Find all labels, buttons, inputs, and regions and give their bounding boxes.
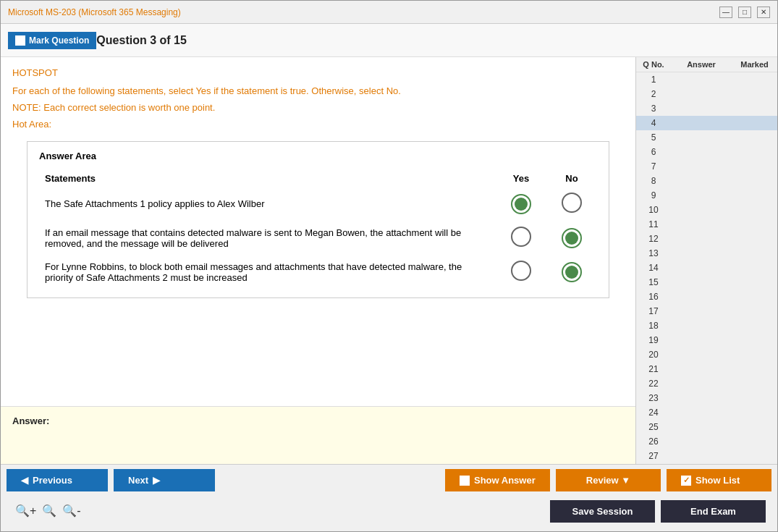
question-list-item[interactable]: 23 <box>636 391 777 405</box>
question-list-item[interactable]: 25 <box>636 420 777 434</box>
end-exam-button[interactable]: End Exam <box>661 500 766 523</box>
show-list-checkbox-icon: ✓ <box>681 476 691 486</box>
show-answer-button[interactable]: Show Answer <box>445 469 550 491</box>
question-panel: HOTSPOT For each of the following statem… <box>1 57 636 464</box>
title-bar: Microsoft MS-203 (Microsoft 365 Messagin… <box>1 1 777 24</box>
maximize-button[interactable]: □ <box>738 7 751 18</box>
q-list-number: 5 <box>639 132 668 143</box>
yes-radio-2[interactable] <box>496 221 546 255</box>
show-answer-label: Show Answer <box>474 475 536 486</box>
question-list-item[interactable]: 12 <box>636 232 777 246</box>
q-list-number: 27 <box>639 451 668 461</box>
window-title: Microsoft MS-203 (Microsoft 365 Messagin… <box>8 7 181 17</box>
no-radio-circle-1[interactable] <box>562 193 582 213</box>
header-marked: Marked <box>735 60 774 69</box>
question-list-item[interactable]: 21 <box>636 362 777 376</box>
answer-row: The Safe Attachments 1 policy applies to… <box>39 187 597 221</box>
answer-area-box: Answer Area Statements Yes No The Safe A… <box>27 141 609 298</box>
previous-arrow-icon: ◀ <box>21 475 28 486</box>
save-session-button[interactable]: Save Session <box>550 500 655 523</box>
bottom-controls: 🔍+ 🔍 🔍- Save Session End Exam <box>1 496 777 531</box>
next-button[interactable]: Next ▶ <box>114 469 215 491</box>
question-list-item[interactable]: 16 <box>636 290 777 304</box>
no-radio-2[interactable] <box>546 221 597 255</box>
nav-row: ◀ Previous Next ▶ Show Answer Review ▼ ✓… <box>1 465 777 496</box>
question-title: Question 3 of 15 <box>96 34 186 47</box>
next-arrow-icon: ▶ <box>153 475 160 486</box>
zoom-reset-button[interactable]: 🔍 <box>39 502 59 519</box>
header-q-no: Q No. <box>639 60 668 69</box>
instruction-text: For each of the following statements, se… <box>12 85 624 96</box>
q-list-number: 1 <box>639 75 668 85</box>
mark-checkbox-icon <box>15 35 25 46</box>
q-list-number: 7 <box>639 161 668 172</box>
q-list-number: 22 <box>639 379 668 389</box>
show-list-label: Show List <box>695 475 740 486</box>
q-list-number: 6 <box>639 147 668 157</box>
q-list-number: 2 <box>639 89 668 99</box>
q-list-number: 4 <box>639 118 668 128</box>
question-list-item[interactable]: 11 <box>636 217 777 232</box>
no-radio-3[interactable] <box>546 255 597 289</box>
question-list-item[interactable]: 14 <box>636 261 777 275</box>
toolbar: Mark Question Question 3 of 15 <box>1 24 777 57</box>
q-list-number: 21 <box>639 364 668 374</box>
zoom-in-button[interactable]: 🔍+ <box>12 502 39 519</box>
review-button[interactable]: Review ▼ <box>556 469 661 491</box>
previous-button[interactable]: ◀ Previous <box>7 469 108 491</box>
question-list-item[interactable]: 20 <box>636 347 777 362</box>
question-list-item[interactable]: 9 <box>636 188 777 203</box>
question-list-item[interactable]: 3 <box>636 101 777 116</box>
question-list-item[interactable]: 19 <box>636 333 777 347</box>
yes-radio-circle-2[interactable] <box>511 227 531 247</box>
statement-2: If an email message that contains detect… <box>39 221 496 255</box>
q-list-number: 17 <box>639 306 668 316</box>
mark-question-label: Mark Question <box>29 35 89 46</box>
no-radio-1[interactable] <box>546 187 597 221</box>
yes-radio-circle-1[interactable] <box>511 194 531 214</box>
zoom-out-button[interactable]: 🔍- <box>59 502 83 519</box>
yes-radio-circle-3[interactable] <box>511 261 531 281</box>
no-radio-circle-2[interactable] <box>562 228 582 248</box>
mark-question-button[interactable]: Mark Question <box>8 32 96 49</box>
zoom-controls: 🔍+ 🔍 🔍- <box>7 501 90 523</box>
no-radio-circle-3[interactable] <box>562 262 582 282</box>
question-list-item[interactable]: 8 <box>636 174 777 188</box>
question-list-panel: Q No. Answer Marked 12345678910111213141… <box>636 57 777 464</box>
next-label: Next <box>128 475 148 486</box>
question-list-item[interactable]: 17 <box>636 304 777 318</box>
question-list-item[interactable]: 13 <box>636 246 777 261</box>
answer-row: If an email message that contains detect… <box>39 221 597 255</box>
save-session-label: Save Session <box>572 506 633 517</box>
show-list-button[interactable]: ✓ Show List <box>667 469 771 491</box>
q-list-header: Q No. Answer Marked <box>636 57 777 72</box>
q-list-number: 10 <box>639 205 668 215</box>
q-list-scroll[interactable]: 1234567891011121314151617181920212223242… <box>636 72 777 464</box>
question-list-item[interactable]: 4 <box>636 116 777 130</box>
minimize-button[interactable]: — <box>719 7 732 18</box>
question-list-item[interactable]: 1 <box>636 72 777 87</box>
yes-radio-1[interactable] <box>496 187 546 221</box>
q-list-number: 11 <box>639 219 668 229</box>
note-text: NOTE: Each correct selection is worth on… <box>12 102 624 113</box>
answer-row: For Lynne Robbins, to block both email m… <box>39 255 597 289</box>
question-list-item[interactable]: 5 <box>636 130 777 145</box>
statement-1: The Safe Attachments 1 policy applies to… <box>39 187 496 221</box>
question-list-item[interactable]: 15 <box>636 275 777 290</box>
question-list-item[interactable]: 22 <box>636 376 777 391</box>
q-list-number: 26 <box>639 436 668 447</box>
question-list-item[interactable]: 27 <box>636 449 777 463</box>
close-button[interactable]: ✕ <box>757 7 770 18</box>
question-list-item[interactable]: 7 <box>636 159 777 174</box>
question-list-item[interactable]: 6 <box>636 145 777 159</box>
bottom-right-buttons: Save Session End Exam <box>544 497 771 527</box>
question-list-item[interactable]: 10 <box>636 203 777 217</box>
yes-radio-3[interactable] <box>496 255 546 289</box>
q-list-number: 25 <box>639 422 668 432</box>
q-list-number: 14 <box>639 263 668 273</box>
question-list-item[interactable]: 26 <box>636 434 777 449</box>
question-list-item[interactable]: 24 <box>636 405 777 420</box>
question-list-item[interactable]: 18 <box>636 318 777 333</box>
col-yes-header: Yes <box>496 170 546 187</box>
question-list-item[interactable]: 2 <box>636 87 777 101</box>
